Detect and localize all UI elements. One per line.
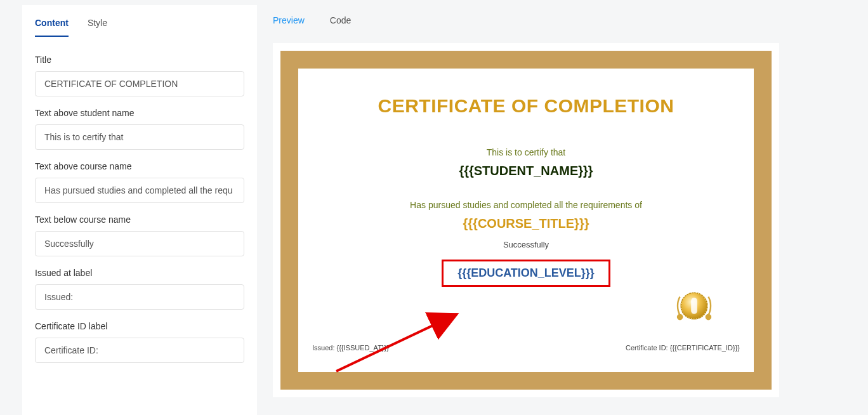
certificate-title: CERTIFICATE OF COMPLETION bbox=[332, 95, 720, 117]
svg-point-0 bbox=[677, 314, 683, 320]
certificate-text-above-course: Has pursued studies and completed all th… bbox=[332, 200, 720, 210]
sidebar-panel: Content Style Title Text above student n… bbox=[22, 5, 257, 415]
svg-point-1 bbox=[706, 314, 712, 320]
certificate-outer: CERTIFICATE OF COMPLETION This is to cer… bbox=[280, 51, 772, 390]
certificate-text-above-name: This is to certify that bbox=[332, 147, 720, 157]
tab-content[interactable]: Content bbox=[35, 18, 69, 37]
tab-style[interactable]: Style bbox=[88, 18, 107, 37]
label-text-below-course: Text below course name bbox=[35, 214, 244, 225]
label-issued: Issued at label bbox=[35, 268, 244, 278]
input-text-below-course[interactable] bbox=[35, 231, 244, 256]
certificate-student-name: {{{STUDENT_NAME}}} bbox=[332, 164, 720, 178]
certificate-course-title: {{{COURSE_TITLE}}} bbox=[332, 216, 720, 231]
certificate-id: Certificate ID: {{{CERTIFICATE_ID}}} bbox=[626, 344, 740, 352]
main-tabs: Preview Code bbox=[273, 5, 849, 25]
certificate-body: CERTIFICATE OF COMPLETION This is to cer… bbox=[307, 77, 745, 363]
input-cert-id[interactable] bbox=[35, 338, 244, 363]
tab-preview[interactable]: Preview bbox=[273, 15, 305, 25]
input-issued[interactable] bbox=[35, 284, 244, 310]
label-cert-id: Certificate ID label bbox=[35, 321, 244, 331]
certificate-preview: CERTIFICATE OF COMPLETION This is to cer… bbox=[273, 43, 779, 397]
label-text-above-name: Text above student name bbox=[35, 108, 244, 118]
label-title: Title bbox=[35, 55, 244, 65]
tab-code[interactable]: Code bbox=[330, 15, 351, 25]
certificate-education-highlight: {{{EDUCATION_LEVEL}}} bbox=[442, 260, 610, 287]
certificate-footer: Issued: {{{ISSUED_AT}}} Certificate ID: … bbox=[307, 344, 745, 352]
certificate-education-level: {{{EDUCATION_LEVEL}}} bbox=[457, 267, 595, 280]
label-text-above-course: Text above course name bbox=[35, 161, 244, 171]
input-text-above-name[interactable] bbox=[35, 124, 244, 150]
input-title[interactable] bbox=[35, 71, 244, 96]
sidebar-tabs: Content Style bbox=[35, 18, 244, 37]
main-panel: Preview Code CERTIFICATE OF COMPLETION T… bbox=[273, 5, 849, 397]
svg-rect-3 bbox=[691, 298, 697, 314]
certificate-seal-icon bbox=[669, 280, 720, 331]
certificate-issued-at: Issued: {{{ISSUED_AT}}} bbox=[312, 344, 389, 352]
input-text-above-course[interactable] bbox=[35, 178, 244, 203]
certificate-text-below-course: Successfully bbox=[332, 240, 720, 249]
